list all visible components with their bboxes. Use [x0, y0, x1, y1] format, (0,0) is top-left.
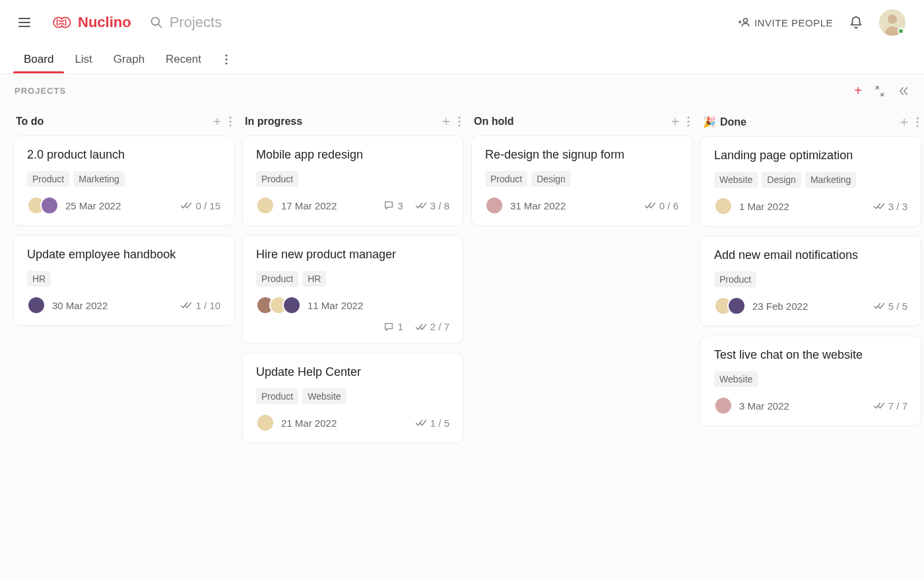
- search[interactable]: Projects: [150, 14, 739, 31]
- board-column: On holdRe-design the signup formProductD…: [471, 110, 692, 235]
- more-vertical-icon: [458, 116, 461, 127]
- svg-point-16: [459, 117, 461, 119]
- card[interactable]: Update Help CenterProductWebsite21 Mar 2…: [242, 353, 463, 443]
- add-card-button[interactable]: [212, 116, 222, 127]
- checklist-count: 1 / 5: [415, 417, 449, 429]
- tab-list[interactable]: List: [73, 46, 93, 73]
- card-footer: 23 Feb 20225 / 5: [714, 297, 908, 315]
- tab-recent[interactable]: Recent: [164, 46, 203, 73]
- add-column-button[interactable]: +: [854, 83, 862, 98]
- collapse-icon[interactable]: [874, 85, 886, 97]
- card-footer: 21 Mar 20221 / 5: [256, 414, 449, 432]
- card[interactable]: Update employee handbookHR30 Mar 20221 /…: [13, 235, 234, 326]
- card-stats: 7 / 7: [873, 400, 908, 412]
- tag: Marketing: [805, 172, 856, 188]
- column-title: On hold: [474, 116, 670, 127]
- invite-people-button[interactable]: INVITE PEOPLE: [739, 17, 833, 28]
- logo[interactable]: Nuclino: [50, 14, 131, 31]
- board-columns: To do2.0 product launchProductMarketing2…: [0, 105, 924, 458]
- comments-count: 3: [383, 200, 403, 211]
- card-footer: 11 Mar 2022: [256, 296, 449, 314]
- checklist-icon: [644, 201, 656, 210]
- tab-graph[interactable]: Graph: [112, 46, 146, 73]
- board-column: 🎉DoneLanding page optimizationWebsiteDes…: [700, 110, 921, 435]
- column-more-button[interactable]: [229, 116, 232, 127]
- tab-board[interactable]: Board: [22, 46, 55, 73]
- svg-point-12: [230, 121, 232, 123]
- add-card-button[interactable]: [441, 116, 451, 127]
- chevron-double-left-icon[interactable]: [898, 85, 909, 97]
- card-tags: HR: [27, 271, 220, 287]
- column-actions: [670, 116, 690, 127]
- avatar: [727, 297, 746, 315]
- header: Nuclino Projects INVITE PEOPLE: [0, 0, 924, 45]
- svg-point-2: [743, 18, 747, 22]
- card[interactable]: Add new email notificationsProduct23 Feb…: [700, 236, 921, 326]
- card[interactable]: Hire new product managerProductHR11 Mar …: [242, 235, 463, 343]
- tab-more-button[interactable]: [221, 50, 232, 69]
- notifications-icon[interactable]: [849, 15, 863, 30]
- plus-icon: [212, 116, 222, 127]
- card-title: Update Help Center: [256, 365, 449, 379]
- card[interactable]: 2.0 product launchProductMarketing25 Mar…: [13, 135, 234, 226]
- card-stats: 5 / 5: [873, 301, 908, 312]
- column-title: In progress: [245, 116, 441, 127]
- card-tags: Product: [714, 271, 908, 287]
- card-date: 25 Mar 2022: [65, 200, 121, 211]
- checklist-icon: [180, 301, 192, 310]
- column-header: On hold: [471, 110, 692, 135]
- card-date: 23 Feb 2022: [752, 301, 808, 312]
- card-date: 1 Mar 2022: [739, 201, 789, 212]
- checklist-icon: [180, 201, 192, 210]
- checklist-icon: [873, 401, 885, 410]
- board-column: To do2.0 product launchProductMarketing2…: [13, 110, 234, 335]
- svg-point-17: [459, 121, 461, 123]
- avatar: [485, 196, 504, 215]
- card-footer: 30 Mar 20221 / 10: [27, 296, 220, 314]
- svg-point-18: [459, 125, 461, 127]
- avatar: [714, 396, 733, 415]
- card-footer: 17 Mar 202233 / 8: [256, 196, 449, 215]
- user-avatar[interactable]: [879, 9, 906, 36]
- plus-icon: [441, 116, 451, 127]
- card[interactable]: Test live chat on the websiteWebsite3 Ma…: [700, 336, 921, 426]
- checklist-count: 1 / 10: [180, 300, 220, 311]
- card[interactable]: Re-design the signup formProductDesign31…: [471, 135, 692, 226]
- card-avatars: [27, 196, 59, 215]
- card-avatars: [485, 196, 504, 215]
- card-tags: ProductWebsite: [256, 388, 449, 404]
- card-stats: 1 / 5: [415, 417, 449, 429]
- svg-point-11: [230, 117, 232, 119]
- svg-point-26: [917, 117, 919, 119]
- more-vertical-icon: [229, 116, 232, 127]
- search-placeholder: Projects: [170, 14, 222, 31]
- svg-point-27: [917, 121, 919, 123]
- card[interactable]: Landing page optimizationWebsiteDesignMa…: [700, 136, 921, 227]
- comment-icon: [383, 322, 394, 332]
- svg-point-28: [917, 125, 919, 127]
- more-vertical-icon: [916, 117, 919, 127]
- card[interactable]: Mobile app redesignProduct17 Mar 202233 …: [242, 135, 463, 226]
- column-title-text: On hold: [474, 116, 513, 127]
- add-card-button[interactable]: [670, 116, 680, 127]
- more-vertical-icon: [687, 116, 690, 127]
- avatar: [40, 196, 59, 215]
- more-vertical-icon: [225, 54, 228, 65]
- board-area: PROJECTS + To do2.0 product launchProduc…: [0, 74, 924, 578]
- svg-point-21: [688, 117, 690, 119]
- checklist-icon: [415, 201, 427, 210]
- card-avatars: [714, 197, 733, 215]
- menu-button[interactable]: [18, 15, 34, 30]
- column-header: 🎉Done: [700, 110, 921, 136]
- card-date: 17 Mar 2022: [281, 200, 337, 211]
- card-footer: 3 Mar 20227 / 7: [714, 396, 908, 415]
- card-stats: 3 / 3: [873, 201, 908, 212]
- column-title: 🎉Done: [703, 116, 899, 128]
- invite-label: INVITE PEOPLE: [754, 17, 833, 28]
- column-more-button[interactable]: [687, 116, 690, 127]
- column-more-button[interactable]: [916, 117, 919, 127]
- add-card-button[interactable]: [899, 117, 909, 127]
- column-more-button[interactable]: [458, 116, 461, 127]
- card-tags: Product: [256, 171, 449, 187]
- brain-logo-icon: [50, 14, 73, 31]
